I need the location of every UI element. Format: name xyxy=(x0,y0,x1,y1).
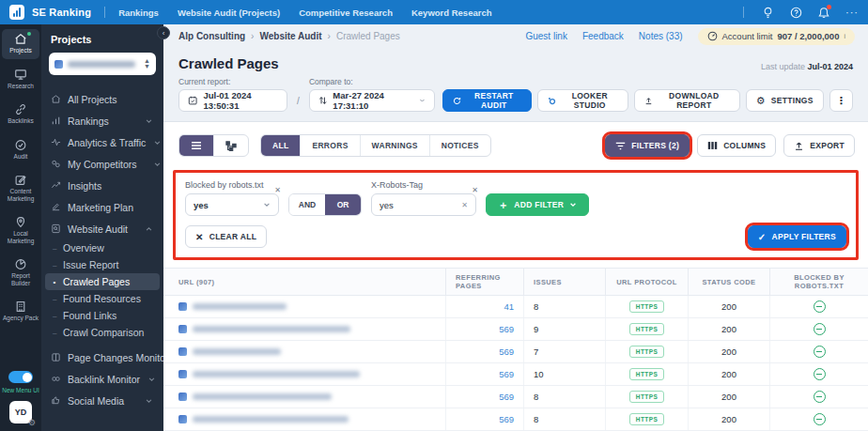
tab-notices[interactable]: NOTICES xyxy=(430,135,490,156)
table-row[interactable]: 41 8 HTTPS 200 xyxy=(163,296,868,318)
rail-item-audit[interactable]: Audit xyxy=(2,135,39,165)
sidebar-subitem-found-links[interactable]: –Found Links xyxy=(41,307,163,324)
filter-funnel-icon xyxy=(615,142,626,150)
restart-audit-button[interactable]: RESTART AUDIT xyxy=(442,89,532,112)
more-actions-button[interactable]: ⋮ xyxy=(829,89,853,112)
rail-item-projects[interactable]: Projects xyxy=(2,29,39,59)
topnav-keyword-research[interactable]: Keyword Research xyxy=(411,8,492,18)
add-filter-button[interactable]: ＋ ADD FILTER xyxy=(486,193,589,216)
operator-or[interactable]: OR xyxy=(325,194,361,215)
col-referring-pages[interactable]: REFERRING PAGES xyxy=(446,269,524,295)
settings-button[interactable]: ⚙ SETTINGS xyxy=(746,89,824,112)
rail-item-backlinks[interactable]: Backlinks xyxy=(2,100,39,130)
list-view-button[interactable] xyxy=(179,135,214,156)
current-report-picker[interactable]: Jul-01 2024 13:50:31 xyxy=(178,89,287,112)
col-issues[interactable]: ISSUES xyxy=(524,269,606,295)
se-ranking-logo-icon[interactable] xyxy=(9,5,24,20)
sidebar-item-all-projects[interactable]: All Projects xyxy=(41,88,163,110)
clear-all-button[interactable]: ✕ CLEAR ALL xyxy=(185,225,267,248)
url-redacted[interactable] xyxy=(193,348,281,355)
filters-button[interactable]: FILTERS (2) xyxy=(605,134,690,157)
remove-filter-icon[interactable]: ✕ xyxy=(472,186,478,194)
looker-studio-button[interactable]: LOOKER STUDIO xyxy=(537,89,628,112)
export-button[interactable]: EXPORT xyxy=(783,134,855,157)
sidebar-subitem-found-resources[interactable]: –Found Resources xyxy=(41,290,163,307)
referring-pages-link[interactable]: 569 xyxy=(499,346,514,357)
info-icon[interactable]: i xyxy=(844,33,845,39)
thumbs-up-icon xyxy=(51,395,61,406)
apply-filters-button[interactable]: ✓ APPLY FILTERS xyxy=(748,225,846,248)
referring-pages-link[interactable]: 41 xyxy=(504,301,514,312)
lightbulb-icon[interactable] xyxy=(761,6,774,19)
download-report-button[interactable]: DOWNLOAD REPORT xyxy=(634,89,740,112)
col-blocked-by-robots[interactable]: BLOCKED BY ROBOTS.TXT xyxy=(770,269,868,295)
referring-pages-link[interactable]: 569 xyxy=(499,324,514,334)
feedback-link[interactable]: Feedback xyxy=(582,31,624,41)
account-limit-pill[interactable]: Account limit 907 / 2,000,000 i xyxy=(698,28,855,45)
sidebar-subitem-issue-report[interactable]: –Issue Report xyxy=(41,256,163,273)
topnav-rankings[interactable]: Rankings xyxy=(118,8,159,18)
referring-pages-link[interactable]: 569 xyxy=(499,392,514,402)
sidebar-subitem-overview[interactable]: –Overview xyxy=(41,239,163,256)
x-robots-tag-input[interactable]: yes ✕ xyxy=(371,193,476,216)
url-redacted[interactable] xyxy=(193,326,350,332)
rail-item-content-marketing[interactable]: Content Marketing xyxy=(2,170,39,207)
table-row[interactable]: 569 9 HTTPS 200 xyxy=(163,318,868,341)
operator-and[interactable]: AND xyxy=(289,194,325,215)
clear-input-icon[interactable]: ✕ xyxy=(461,201,468,209)
rail-item-research[interactable]: Research xyxy=(2,65,39,95)
col-url-protocol[interactable]: URL PROTOCOL xyxy=(606,269,689,295)
sidebar-subitem-crawled-pages[interactable]: •Crawled Pages xyxy=(45,273,160,290)
table-row[interactable]: 569 7 HTTPS 200 xyxy=(163,341,868,363)
table-row[interactable]: 569 10 HTTPS 200 xyxy=(163,363,868,386)
user-avatar[interactable]: YD ⚙ xyxy=(9,401,32,423)
tab-errors[interactable]: ERRORS xyxy=(301,135,360,156)
settings-gear-icon[interactable]: ⚙ xyxy=(28,418,36,427)
notes-link[interactable]: Notes (33) xyxy=(639,31,683,41)
sidebar-subitem-crawl-comparison[interactable]: –Crawl Comparison xyxy=(41,324,163,341)
tab-warnings[interactable]: WARNINGS xyxy=(361,135,430,156)
sidebar-item-website-audit[interactable]: Website Audit xyxy=(41,218,163,239)
tree-view-button[interactable] xyxy=(214,135,248,156)
sidebar-item-my-competitors[interactable]: My Competitors xyxy=(41,153,163,175)
sidebar-item-social-media[interactable]: Social Media xyxy=(41,390,163,411)
guest-link[interactable]: Guest link xyxy=(525,31,566,41)
more-menu-icon[interactable]: ··· xyxy=(845,7,859,18)
topnav-website-audit[interactable]: Website Audit (Projects) xyxy=(178,8,280,18)
compare-to-picker[interactable]: Mar-27 2024 17:31:10 xyxy=(309,89,435,112)
notifications-bell-icon[interactable] xyxy=(817,6,830,19)
url-redacted[interactable] xyxy=(193,393,332,400)
rail-item-local-marketing[interactable]: Local Marketing xyxy=(2,212,39,249)
sidebar-item-analytics-traffic[interactable]: Analytics & Traffic xyxy=(41,131,163,153)
help-icon[interactable] xyxy=(789,6,802,19)
col-url[interactable]: URL (907) xyxy=(163,269,446,295)
project-selector[interactable]: ▲▼ xyxy=(49,53,156,75)
rail-item-report-builder[interactable]: Report Builder xyxy=(2,254,39,291)
blocked-by-robots-select[interactable]: yes xyxy=(185,193,279,216)
referring-pages-link[interactable]: 569 xyxy=(499,369,514,379)
new-menu-ui-toggle[interactable] xyxy=(8,371,33,383)
referring-pages-link[interactable]: 569 xyxy=(499,414,514,424)
url-redacted[interactable] xyxy=(193,416,349,423)
breadcrumb-website-audit[interactable]: Website Audit xyxy=(259,31,321,41)
url-redacted[interactable] xyxy=(193,371,360,377)
sidebar-item-insights[interactable]: Insights xyxy=(41,175,163,196)
monitor-icon xyxy=(14,69,27,81)
breadcrumb-project[interactable]: Alp Consulting xyxy=(178,31,245,41)
tab-all[interactable]: ALL xyxy=(261,135,301,156)
topnav-competitive-research[interactable]: Competitive Research xyxy=(299,8,393,18)
sidebar-item-marketing-plan[interactable]: Marketing Plan xyxy=(41,196,163,218)
columns-button[interactable]: COLUMNS xyxy=(697,134,776,157)
brand-name[interactable]: SE Ranking xyxy=(32,7,91,18)
sidebar-item-rankings[interactable]: Rankings xyxy=(41,110,163,131)
remove-filter-icon[interactable]: ✕ xyxy=(274,186,281,194)
url-favicon xyxy=(178,393,187,401)
url-redacted[interactable] xyxy=(193,303,287,310)
sidebar-item-page-changes-monitor[interactable]: Page Changes Monitor xyxy=(41,346,163,368)
sidebar-item-backlink-monitor[interactable]: Backlink Monitor xyxy=(41,368,163,390)
sidebar-collapse-button[interactable]: ‹ xyxy=(157,26,170,39)
col-status-code[interactable]: STATUS CODE xyxy=(689,269,770,295)
table-row[interactable]: 569 8 HTTPS 200 xyxy=(163,408,868,431)
rail-item-agency-pack[interactable]: Agency Pack xyxy=(2,297,39,327)
table-row[interactable]: 569 8 HTTPS 200 xyxy=(163,386,868,408)
